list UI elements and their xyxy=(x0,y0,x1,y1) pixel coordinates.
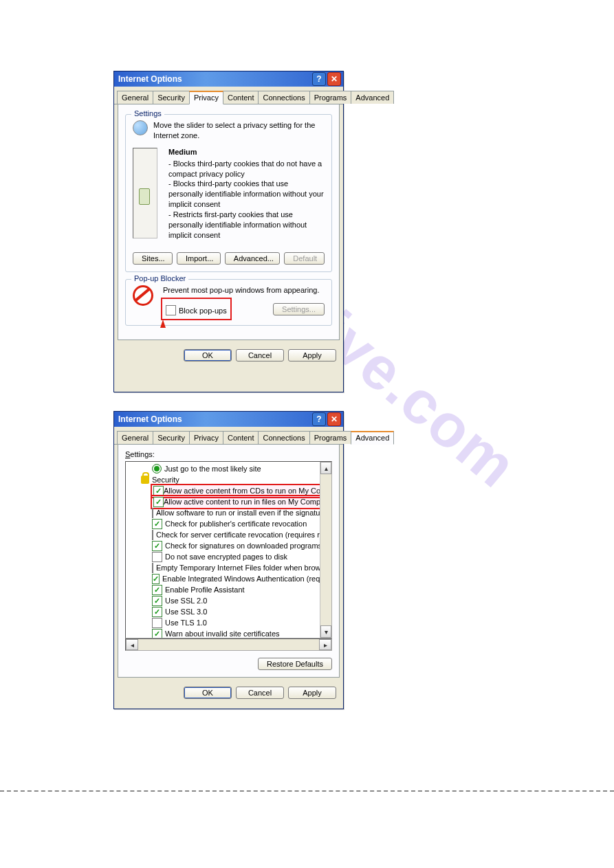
ok-button[interactable]: OK xyxy=(184,687,232,699)
privacy-slider[interactable] xyxy=(133,148,157,238)
block-popups-checkbox[interactable] xyxy=(166,305,176,315)
default-button[interactable]: Default xyxy=(284,252,325,265)
tabstrip: General Security Privacy Content Connect… xyxy=(114,87,343,104)
apply-button[interactable]: Apply xyxy=(288,349,336,361)
tab-advanced[interactable]: Advanced xyxy=(351,91,394,104)
tree-row[interactable]: ✓Enable Integrated Windows Authenticatio… xyxy=(130,573,330,584)
checkbox-empty-icon[interactable] xyxy=(152,618,162,628)
tab-content[interactable]: Content xyxy=(223,91,259,104)
settings-tree[interactable]: Just go to the most likely site Security… xyxy=(125,461,332,638)
tree-row[interactable]: Use TLS 1.0 xyxy=(130,617,330,628)
checkbox-checked-icon[interactable]: ✓ xyxy=(152,541,162,551)
titlebar-buttons: ? ✕ xyxy=(312,412,341,426)
tree-row[interactable]: ✓Check for signatures on downloaded prog… xyxy=(130,540,330,551)
tree-item-label: Empty Temporary Internet Files folder wh… xyxy=(156,564,332,572)
page-divider xyxy=(0,790,614,792)
tree-row[interactable]: Do not save encrypted pages to disk xyxy=(130,551,330,562)
tree-row[interactable]: ✓Allow active content from CDs to run on… xyxy=(130,485,330,496)
tree-row[interactable]: ✓Check for publisher's certificate revoc… xyxy=(130,518,330,529)
checkbox-checked-icon[interactable]: ✓ xyxy=(153,497,164,507)
checkbox-checked-icon[interactable]: ✓ xyxy=(153,486,164,496)
tree-item-label: Warn about invalid site certificates xyxy=(165,630,280,638)
tree-row[interactable]: ✓Use SSL 2.0 xyxy=(130,595,330,606)
tree-item-label: Check for publisher's certificate revoca… xyxy=(165,520,307,528)
tree-row[interactable]: Check for server certificate revocation … xyxy=(130,529,330,540)
checkbox-checked-icon[interactable]: ✓ xyxy=(152,585,162,595)
close-button[interactable]: ✕ xyxy=(327,412,341,426)
tab-privacy[interactable]: Privacy xyxy=(189,91,223,104)
tab-general[interactable]: General xyxy=(117,431,153,444)
sites-button[interactable]: Sites... xyxy=(133,252,173,265)
tree-item-label: Do not save encrypted pages to disk xyxy=(165,553,287,561)
cancel-button[interactable]: Cancel xyxy=(236,687,284,699)
tree-row[interactable]: Just go to the most likely site xyxy=(130,463,330,474)
checkbox-checked-icon[interactable]: ✓ xyxy=(152,519,162,529)
block-popups-label: Block pop-ups xyxy=(179,307,227,315)
tree-row[interactable]: Allow software to run or install even if… xyxy=(130,507,330,518)
tree-item-label: Check for server certificate revocation … xyxy=(156,531,332,539)
tab-privacy[interactable]: Privacy xyxy=(189,431,223,444)
tab-connections[interactable]: Connections xyxy=(258,431,309,444)
close-button[interactable]: ✕ xyxy=(327,72,341,86)
advanced-panel: Settings: Just go to the most likely sit… xyxy=(118,445,340,678)
tab-advanced[interactable]: Advanced xyxy=(351,431,394,445)
vertical-scrollbar[interactable]: ▴ ▾ xyxy=(320,462,331,638)
checkbox-checked-icon[interactable]: ✓ xyxy=(152,607,162,617)
settings-group: Settings Move the slider to select a pri… xyxy=(125,114,332,272)
tree-category-security[interactable]: Security xyxy=(130,474,330,485)
popup-hint: Prevent most pop-up windows from appeari… xyxy=(163,285,325,296)
checkbox-checked-icon[interactable]: ✓ xyxy=(152,596,162,606)
horizontal-scrollbar[interactable]: ◂ ▸ xyxy=(125,638,332,651)
help-button[interactable]: ? xyxy=(312,72,326,86)
tree-row[interactable]: ✓Enable Profile Assistant xyxy=(130,584,330,595)
scroll-up-button[interactable]: ▴ xyxy=(320,462,331,474)
dialog-title: Internet Options xyxy=(118,414,182,424)
popup-settings-button[interactable]: Settings... xyxy=(273,303,325,315)
tree-item-label: Use SSL 2.0 xyxy=(165,597,207,605)
tab-security[interactable]: Security xyxy=(153,431,190,444)
annotation-arrow-up-icon xyxy=(160,320,166,328)
titlebar-buttons: ? ✕ xyxy=(312,72,341,86)
internet-options-dialog-privacy: Internet Options ? ✕ General Security Pr… xyxy=(113,71,344,392)
privacy-bullet-2: - Blocks third-party cookies that use pe… xyxy=(168,179,325,210)
tree-row[interactable]: ✓Allow active content to run in files on… xyxy=(130,496,330,507)
scroll-right-button[interactable]: ▸ xyxy=(319,639,331,650)
tab-general[interactable]: General xyxy=(117,91,153,104)
tree-item-label: Allow software to run or install even if… xyxy=(156,509,332,517)
privacy-level: Medium xyxy=(168,148,325,156)
restore-defaults-button[interactable]: Restore Defaults xyxy=(258,658,332,670)
help-button[interactable]: ? xyxy=(312,412,326,426)
settings-legend: Settings xyxy=(131,109,164,118)
apply-button[interactable]: Apply xyxy=(288,687,336,699)
tree-row[interactable]: ✓Warn about invalid site certificates xyxy=(130,628,330,638)
scroll-left-button[interactable]: ◂ xyxy=(126,639,138,650)
tree-item-label: Allow active content to run in files on … xyxy=(164,498,332,506)
tree-item-label: Use SSL 3.0 xyxy=(165,608,207,616)
dialog-buttons: OK Cancel Apply xyxy=(114,344,343,367)
ok-button[interactable]: OK xyxy=(184,349,232,361)
checkbox-checked-icon[interactable]: ✓ xyxy=(152,574,160,584)
slider-thumb[interactable] xyxy=(139,188,150,205)
checkbox-empty-icon[interactable] xyxy=(152,508,153,518)
tree-item-label: Enable Profile Assistant xyxy=(165,586,245,594)
checkbox-empty-icon[interactable] xyxy=(152,530,153,540)
checkbox-empty-icon[interactable] xyxy=(152,563,153,573)
tab-programs[interactable]: Programs xyxy=(309,91,352,104)
checkbox-checked-icon[interactable]: ✓ xyxy=(152,629,162,639)
tab-security[interactable]: Security xyxy=(153,91,190,104)
privacy-bullet-3: - Restricts first-party cookies that use… xyxy=(168,210,325,241)
radio-icon xyxy=(152,464,162,474)
checkbox-empty-icon[interactable] xyxy=(152,552,162,562)
import-button[interactable]: Import... xyxy=(177,252,221,265)
tree-item-label: Enable Integrated Windows Authentication… xyxy=(162,575,332,583)
popup-legend: Pop-up Blocker xyxy=(131,274,188,282)
tab-programs[interactable]: Programs xyxy=(309,431,352,444)
tab-connections[interactable]: Connections xyxy=(258,91,309,104)
cancel-button[interactable]: Cancel xyxy=(236,349,284,361)
privacy-panel: Settings Move the slider to select a pri… xyxy=(118,104,340,340)
tab-content[interactable]: Content xyxy=(223,431,259,444)
tree-row[interactable]: Empty Temporary Internet Files folder wh… xyxy=(130,562,330,573)
scroll-down-button[interactable]: ▾ xyxy=(320,625,331,638)
tree-row[interactable]: ✓Use SSL 3.0 xyxy=(130,606,330,617)
advanced-button[interactable]: Advanced... xyxy=(225,252,280,265)
